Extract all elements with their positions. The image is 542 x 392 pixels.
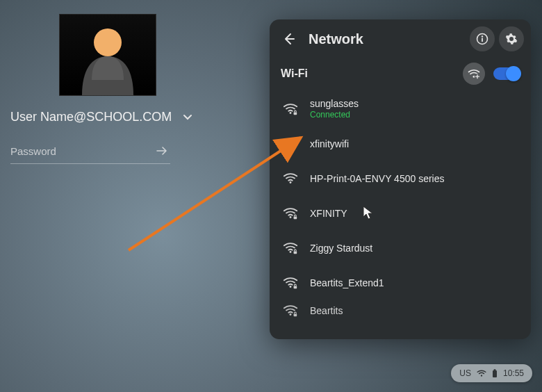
wifi-signal-icon — [281, 134, 300, 154]
wifi-status-icon — [477, 369, 486, 377]
locale-indicator: US — [459, 368, 471, 378]
wifi-network-name: sunglasses — [310, 98, 359, 110]
network-panel: Network Wi-Fi sunglasses C — [270, 19, 531, 339]
svg-point-20 — [290, 313, 292, 316]
info-icon — [476, 33, 488, 45]
wifi-network-item[interactable]: xfinitywifi — [274, 126, 527, 161]
wifi-network-item[interactable]: Ziggy Stardust — [274, 231, 527, 266]
svg-point-14 — [290, 251, 292, 253]
svg-point-11 — [290, 216, 292, 218]
wifi-network-item[interactable]: Beartits — [274, 300, 527, 321]
clock: 10:55 — [503, 368, 524, 378]
wifi-network-name: Ziggy Stardust — [310, 243, 372, 254]
wifi-network-name: Beartits_Extend1 — [310, 277, 384, 289]
svg-point-6 — [290, 112, 292, 114]
svg-rect-19 — [294, 286, 297, 289]
wifi-signal-icon — [281, 301, 300, 320]
svg-rect-25 — [493, 370, 497, 377]
svg-point-2 — [482, 35, 483, 37]
svg-rect-13 — [294, 217, 297, 220]
avatar-person-icon — [69, 19, 146, 95]
svg-rect-22 — [294, 314, 297, 317]
back-button[interactable] — [277, 26, 302, 51]
password-submit[interactable] — [154, 142, 170, 159]
svg-point-10 — [290, 181, 292, 183]
wifi-network-item[interactable]: sunglasses Connected — [274, 92, 527, 126]
panel-title: Network — [309, 31, 470, 47]
username-label: User Name@SCHOOL.COM — [10, 110, 172, 124]
wifi-network-status: Connected — [310, 110, 359, 120]
avatar — [59, 14, 156, 96]
wifi-signal-icon — [281, 238, 300, 258]
svg-point-24 — [481, 375, 482, 376]
wifi-network-name: HP-Print-0A-ENVY 4500 series — [310, 173, 444, 185]
gear-icon — [505, 33, 518, 45]
add-network-button[interactable] — [463, 63, 485, 85]
wifi-network-list: sunglasses Connected xfinitywifi HP-Prin… — [270, 92, 531, 327]
wifi-signal-icon — [281, 273, 300, 293]
arrow-left-icon — [282, 32, 296, 46]
wifi-network-name: Beartits — [310, 305, 343, 317]
wifi-network-item[interactable]: Beartits_Extend1 — [274, 266, 527, 300]
wifi-signal-icon — [281, 169, 300, 188]
password-row — [10, 142, 170, 164]
wifi-network-name: XFINITY — [310, 208, 347, 220]
svg-rect-16 — [294, 252, 297, 254]
wifi-section-label: Wi-Fi — [281, 67, 463, 80]
wifi-network-item[interactable]: HP-Print-0A-ENVY 4500 series — [274, 161, 527, 196]
svg-point-17 — [290, 286, 292, 288]
svg-point-0 — [94, 28, 122, 56]
info-button[interactable] — [470, 26, 495, 51]
login-area: User Name@SCHOOL.COM — [10, 14, 240, 164]
password-input[interactable] — [10, 145, 154, 157]
wifi-network-item[interactable]: XFINITY — [274, 196, 527, 231]
svg-rect-3 — [482, 38, 483, 42]
svg-rect-8 — [294, 113, 297, 115]
chevron-down-icon — [183, 113, 192, 122]
svg-point-9 — [290, 147, 292, 149]
wifi-toggle[interactable] — [493, 67, 520, 80]
settings-button[interactable] — [499, 26, 524, 51]
wifi-add-icon — [467, 67, 481, 81]
wifi-signal-icon — [281, 99, 300, 119]
svg-rect-26 — [493, 369, 495, 370]
arrow-right-icon — [155, 144, 169, 158]
status-tray[interactable]: US 10:55 — [451, 364, 532, 382]
wifi-signal-icon — [281, 204, 300, 223]
user-menu-toggle[interactable] — [181, 111, 194, 124]
battery-status-icon — [492, 369, 498, 378]
wifi-network-name: xfinitywifi — [310, 138, 349, 150]
